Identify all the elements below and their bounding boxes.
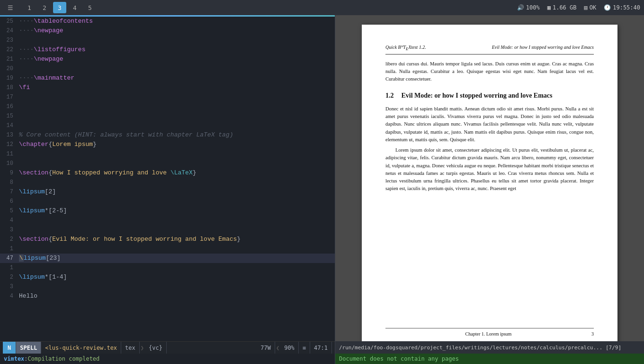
line-3b: 3 [0, 282, 335, 291]
line-11: 11 [0, 149, 335, 159]
workspace-3[interactable]: 3 [53, 2, 66, 13]
vimtex-label: vimtex [4, 355, 24, 362]
line-13: 13 % Core content (HINT: always start wi… [0, 130, 335, 140]
pdf-footer-right: 3 [591, 330, 594, 337]
width-status: 77W [257, 342, 275, 354]
status-indicator: ▤ OK [584, 4, 597, 11]
pdf-statusbar: /run/media/foo-dogsquared/project_files/… [335, 341, 644, 354]
memory-icon: ▦ [547, 4, 551, 11]
vim-mode: N [3, 342, 16, 354]
pdf-section-title: Evil Mode: or how I stopped worring and … [402, 91, 553, 100]
line-2b: 2 \lipsum*[1-4] [0, 273, 335, 282]
pdf-pane: Quick BᴴTEXtest 1.2. Evil Mode: or how I… [335, 15, 644, 364]
percent-status: 90% [280, 342, 299, 354]
editor-lines: 25 ····\tableofcontents 24 ····\newpage … [0, 17, 335, 341]
line-5: 5 \lipsum*[2-5] [0, 206, 335, 216]
pdf-page[interactable]: Quick BᴴTEXtest 1.2. Evil Mode: or how I… [335, 15, 644, 341]
line-23: 23 [0, 36, 335, 45]
line-2: 2 \section{Evil Mode: or how I stopped w… [0, 235, 335, 244]
line-6: 6 [0, 197, 335, 206]
line-22: 22 ····\listoffigures [0, 45, 335, 55]
clock-icon: 🕐 [604, 4, 611, 11]
line-47-current: 47 \lipsum[23] [0, 254, 335, 263]
spell-mode: SPELL [16, 342, 41, 354]
equals-status: ≡ [299, 342, 310, 354]
pdf-no-contain-text: Document does not contain any pages [339, 355, 459, 362]
pdf-para-intro: libero dui cursus dui. Mauris tempor lig… [385, 60, 594, 82]
volume-indicator: 🔊 100% [517, 4, 540, 11]
editor-pane: 25 ····\tableofcontents 24 ····\newpage … [0, 15, 335, 364]
filetype-status: tex [121, 342, 140, 354]
status-icon: ▤ [584, 4, 588, 11]
line-25: 25 ····\tableofcontents [0, 17, 335, 26]
line-15: 15 [0, 111, 335, 121]
line-info: 47: 1 [310, 342, 332, 354]
line-14: 14 [0, 121, 335, 130]
line-4b: 4 Hello [0, 291, 335, 301]
filename-status: <lus-quick-review.tex [41, 342, 121, 354]
clock: 🕐 19:55:40 [604, 4, 640, 11]
vimtex-ok: Compilation completed [28, 355, 100, 362]
line-1b: 1 [0, 263, 335, 273]
pdf-header-right: Evil Mode: or how I stopped worring and … [492, 44, 594, 52]
line-10: 10 [0, 159, 335, 168]
topbar-right: 🔊 100% ▦ 1.66 GB ▤ OK 🕐 19:55:40 [517, 4, 640, 11]
line-17: 17 [0, 92, 335, 102]
line-24: 24 ····\newpage [0, 26, 335, 36]
time-value: 19:55:40 [613, 4, 640, 11]
line-9: 9 \section{How I stopped worrying and lo… [0, 168, 335, 178]
workspace-2[interactable]: 2 [38, 2, 51, 13]
memory-indicator: ▦ 1.66 GB [547, 4, 577, 11]
line-18: 18 \fi [0, 83, 335, 92]
pdf-paper: Quick BᴴTEXtest 1.2. Evil Mode: or how I… [362, 25, 617, 341]
line-12: 12 \chapter{Lorem ipsum} [0, 140, 335, 149]
topbar: ☰ 1 2 3 4 5 🔊 100% ▦ 1.66 GB ▤ OK 🕐 19:5… [0, 0, 644, 15]
line-1: 1 [0, 244, 335, 254]
editor-statusbar: N SPELL <lus-quick-review.tex tex ❯ {vc}… [0, 341, 335, 354]
line-3: 3 [0, 225, 335, 235]
workspace-4[interactable]: 4 [68, 2, 81, 13]
status-value: OK [590, 4, 596, 11]
line-21: 21 ····\newpage [0, 55, 335, 64]
pdf-header-left: Quick BᴴTEXtest 1.2. [385, 44, 426, 52]
branch-status: {vc} [145, 342, 167, 354]
pdf-header: Quick BᴴTEXtest 1.2. Evil Mode: or how I… [385, 44, 594, 55]
topbar-left: ☰ 1 2 3 4 5 [4, 2, 97, 13]
line-7: 7 \lipsum[2] [0, 187, 335, 197]
pdf-section-num: 1.2 [385, 91, 394, 100]
workspace-5[interactable]: 5 [83, 2, 97, 13]
line-20: 20 [0, 64, 335, 73]
pdf-footer: Chapter 1. Lorem ipsum 3 [385, 328, 594, 337]
grid-icon[interactable]: ☰ [4, 2, 17, 13]
editor-content[interactable]: 25 ····\tableofcontents 24 ····\newpage … [0, 17, 335, 341]
pdf-section-heading: 1.2 Evil Mode: or how I stopped worring … [385, 91, 594, 100]
line-16: 16 [0, 102, 335, 111]
pdf-body-para-1: Donec et nisl id sapien blandit mattis. … [385, 105, 594, 144]
vimtex-message: vimtex: Compilation completed [0, 354, 335, 364]
pdf-no-contain: Document does not contain any pages [335, 354, 644, 364]
workspace-1[interactable]: 1 [23, 2, 36, 13]
volume-value: 100% [526, 4, 540, 11]
main-area: 25 ····\tableofcontents 24 ····\newpage … [0, 15, 644, 364]
pdf-path: /run/media/foo-dogsquared/project_files/… [339, 345, 621, 351]
pdf-body-para-2: Lorem ipsum dolor sit amet, consectetuer… [385, 146, 594, 193]
line-8: 8 [0, 178, 335, 187]
line-4: 4 [0, 216, 335, 225]
memory-value: 1.66 GB [553, 4, 577, 11]
line-19: 19 ····\mainmatter [0, 73, 335, 83]
pdf-footer-center: Chapter 1. Lorem ipsum [465, 330, 512, 337]
volume-icon: 🔊 [517, 4, 524, 11]
